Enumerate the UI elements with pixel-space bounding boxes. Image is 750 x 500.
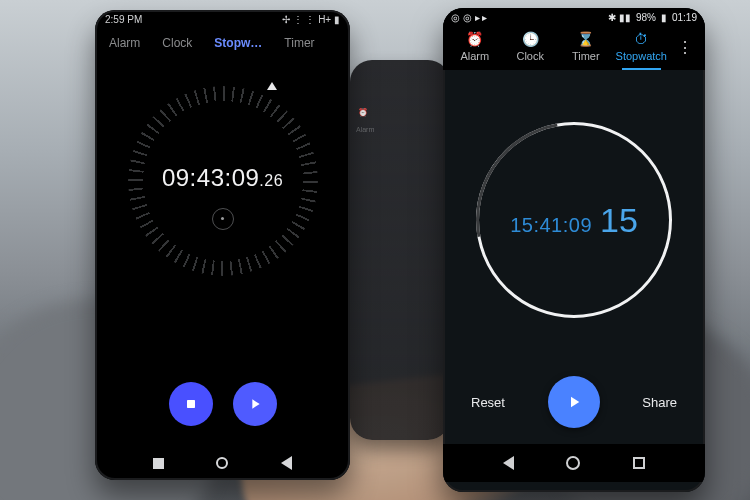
status-indicators: ✢ ⋮ ⋮ H+ ▮	[282, 14, 340, 25]
recent-apps-button[interactable]	[153, 458, 164, 469]
time-centis: 15	[600, 201, 638, 240]
tab-label: Timer	[572, 50, 600, 62]
tab-clock[interactable]: 🕒 Clock	[503, 25, 559, 70]
play-button[interactable]	[548, 376, 600, 428]
hourglass-icon: ⌛	[577, 31, 594, 47]
clock-icon: 🕒	[522, 31, 539, 47]
signal-icon: ✱ ▮▮	[608, 12, 631, 23]
stopwatch-dial: 15:41:09 15	[476, 122, 672, 318]
back-button[interactable]	[503, 456, 514, 470]
android-nav-bar	[443, 444, 705, 482]
tab-timer[interactable]: Timer	[284, 36, 314, 50]
alarm-icon: ⏰	[358, 108, 368, 117]
battery-text: 98%	[636, 12, 656, 23]
status-bar: 2:59 PM ✢ ⋮ ⋮ H+ ▮	[95, 10, 350, 27]
play-icon	[247, 396, 263, 412]
stopwatch-controls	[95, 382, 350, 426]
tab-label: Clock	[516, 50, 544, 62]
overflow-menu-icon[interactable]: ⋮	[669, 38, 701, 57]
phone-right: ◎ ◎ ▸ ▸ ✱ ▮▮ 98% ▮ 01:19 ⏰ Alarm 🕒 Clock…	[443, 8, 705, 492]
stopwatch-dial: 09:43:09.26	[128, 86, 318, 276]
tab-alarm[interactable]: Alarm	[109, 36, 140, 50]
alarm-icon: ⏰	[466, 31, 483, 47]
svg-rect-0	[187, 400, 195, 408]
time-hms: 15:41:09	[510, 214, 592, 237]
status-clock: 01:19	[672, 12, 697, 23]
android-nav-bar	[95, 456, 350, 470]
alarm-label: Alarm	[356, 126, 374, 133]
home-button[interactable]	[566, 456, 580, 470]
tab-label: Stopwatch	[616, 50, 667, 62]
time-hms: 09:43:09	[162, 164, 259, 192]
status-bar: ◎ ◎ ▸ ▸ ✱ ▮▮ 98% ▮ 01:19	[443, 8, 705, 25]
reset-button[interactable]: Reset	[471, 395, 505, 410]
background-phone: ⏰ Alarm	[350, 60, 450, 440]
recent-apps-button[interactable]	[633, 457, 645, 469]
status-left-icons: ◎ ◎ ▸ ▸	[451, 12, 487, 23]
tab-stopwatch[interactable]: ⏱ Stopwatch	[614, 25, 670, 70]
tab-alarm[interactable]: ⏰ Alarm	[447, 25, 503, 70]
share-button[interactable]: Share	[642, 395, 677, 410]
tab-stopwatch[interactable]: Stopw…	[214, 36, 262, 50]
lap-indicator-icon	[212, 208, 234, 230]
tab-timer[interactable]: ⌛ Timer	[558, 25, 614, 70]
battery-icon: ▮	[661, 12, 667, 23]
tab-bar: ⏰ Alarm 🕒 Clock ⌛ Timer ⏱ Stopwatch ⋮	[443, 25, 705, 70]
tab-clock[interactable]: Clock	[162, 36, 192, 50]
back-button[interactable]	[281, 456, 292, 470]
phone-left: 2:59 PM ✢ ⋮ ⋮ H+ ▮ Alarm Clock Stopw… Ti…	[95, 10, 350, 480]
tab-label: Alarm	[460, 50, 489, 62]
stopwatch-readout: 15:41:09 15	[510, 201, 638, 240]
home-button[interactable]	[216, 457, 228, 469]
time-centis: .26	[259, 172, 283, 190]
stopwatch-icon: ⏱	[634, 31, 648, 47]
stop-icon	[183, 396, 199, 412]
tab-bar: Alarm Clock Stopw… Timer ⋮	[95, 27, 350, 62]
stopwatch-readout: 09:43:09.26	[162, 164, 283, 192]
play-button[interactable]	[233, 382, 277, 426]
stopwatch-controls: Reset Share	[443, 376, 705, 428]
status-time: 2:59 PM	[105, 14, 142, 25]
progress-marker-icon	[267, 82, 277, 90]
play-icon	[565, 393, 583, 411]
stop-button[interactable]	[169, 382, 213, 426]
